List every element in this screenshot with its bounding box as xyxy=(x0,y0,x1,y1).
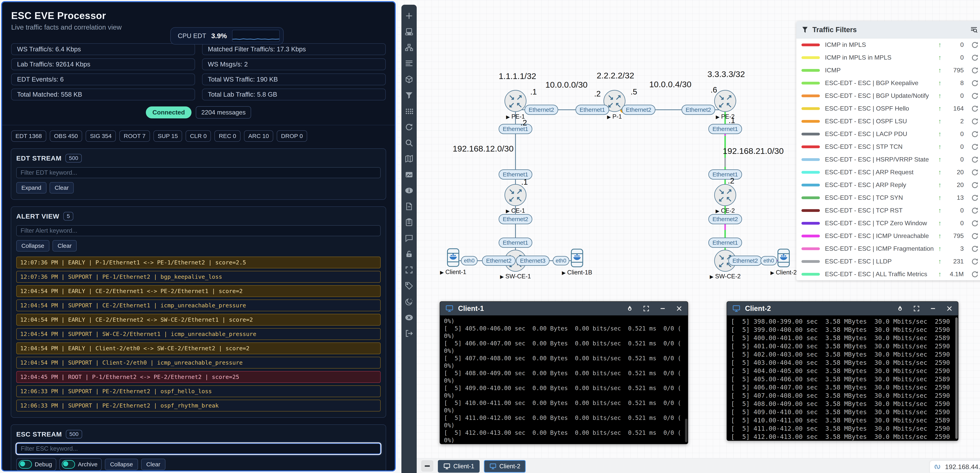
up-arrow-icon: ↑ xyxy=(935,181,944,189)
client-node[interactable]: ▶Client-1 xyxy=(447,248,460,268)
tag-icon[interactable] xyxy=(404,281,414,290)
edt-action-button[interactable]: Clear xyxy=(49,182,74,193)
network-label: 2.2.2.2/32 xyxy=(597,71,634,80)
eth-label: eth0 xyxy=(760,256,777,265)
droplet-icon[interactable] xyxy=(626,305,633,312)
minimize-icon[interactable] xyxy=(659,305,666,312)
traffic-filter-row: ESC-EDT - ESC | OSPF Hello ↑ 164 xyxy=(796,102,980,115)
client-node[interactable]: ▶Client-2 xyxy=(777,248,790,268)
info-icon[interactable] xyxy=(404,186,414,195)
filter-icon[interactable] xyxy=(404,91,414,100)
lines-icon[interactable] xyxy=(404,59,414,68)
image-icon[interactable] xyxy=(404,170,414,179)
esc-collapse-button[interactable]: Collapse xyxy=(105,459,138,470)
refresh-icon[interactable] xyxy=(971,41,979,49)
edt-filter-input[interactable] xyxy=(16,167,381,178)
terminal-output[interactable]: [ 5] 398.00-399.00 sec 3.58 MBytes 30.0 … xyxy=(727,315,958,440)
terminal-titlebar[interactable]: Client-1 xyxy=(440,302,688,315)
port-label: Ethernet1 xyxy=(499,124,532,134)
traffic-filters-list: ICMP in MPLS ↑ 0 ICMP in MPLS in MPLS ↑ … xyxy=(796,38,980,280)
terminal-scrollbar[interactable] xyxy=(685,419,687,442)
refresh-icon[interactable] xyxy=(971,92,979,100)
toggle-switch-icon[interactable] xyxy=(62,460,75,469)
refresh-icon[interactable] xyxy=(404,123,414,132)
refresh-icon[interactable] xyxy=(971,143,979,151)
alert-action-button[interactable]: Clear xyxy=(52,240,77,252)
archive-toggle[interactable]: Archive xyxy=(59,458,102,471)
close-icon[interactable] xyxy=(676,305,682,312)
router-node[interactable]: ↘↗↙↖ ▶CE-1 xyxy=(504,184,527,206)
fullscreen-icon[interactable] xyxy=(913,305,920,312)
cube-icon[interactable] xyxy=(404,75,414,84)
refresh-icon[interactable] xyxy=(971,155,979,164)
minimize-icon[interactable] xyxy=(929,305,937,312)
port-label: Ethernet2 xyxy=(525,105,558,115)
terminal-titlebar[interactable]: Client-2 xyxy=(727,302,958,315)
alert-filter-input[interactable] xyxy=(16,225,381,236)
taskbar-window-button[interactable]: Client-1 xyxy=(438,460,480,473)
refresh-icon[interactable] xyxy=(971,257,979,266)
traffic-filters-header[interactable]: Traffic Filters xyxy=(796,21,980,38)
router-node[interactable]: ↘↗↙↖ ▶CE-2 xyxy=(714,184,736,206)
esc-filter-input[interactable] xyxy=(16,443,381,454)
taskbar-window-button[interactable]: Client-2 xyxy=(484,460,526,473)
alert-action-button[interactable]: Collapse xyxy=(16,240,49,252)
edt-action-button[interactable]: Expand xyxy=(16,182,46,193)
terminal-line: [ 5] 410.00-411.00 sec 0.00 Bytes 0.00 b… xyxy=(444,399,684,407)
refresh-icon[interactable] xyxy=(971,181,979,189)
refresh-icon[interactable] xyxy=(971,232,979,240)
terminal-line: [ 5] 408.00-409.00 sec 0.00 Bytes 0.00 b… xyxy=(444,369,684,377)
terminal-output[interactable]: 0%)[ 5] 405.00-406.00 sec 0.00 Bytes 0.0… xyxy=(440,315,688,444)
taskbar-minimize-button[interactable] xyxy=(422,460,433,471)
grid-icon[interactable] xyxy=(404,107,414,116)
close-circle-icon[interactable] xyxy=(404,313,414,322)
port-label: Ethernet2 xyxy=(681,105,715,115)
toggle-switch-icon[interactable] xyxy=(19,460,32,469)
filter-search-icon[interactable] xyxy=(970,26,978,34)
refresh-icon[interactable] xyxy=(971,194,979,202)
refresh-icon[interactable] xyxy=(971,79,979,87)
refresh-icon[interactable] xyxy=(971,219,979,228)
up-arrow-icon: ↑ xyxy=(935,130,944,138)
droplet-icon[interactable] xyxy=(897,305,904,312)
refresh-icon[interactable] xyxy=(971,130,979,138)
refresh-icon[interactable] xyxy=(971,206,979,215)
filter-color-swatch xyxy=(802,43,820,46)
fullscreen-icon[interactable] xyxy=(404,265,414,274)
filter-color-swatch xyxy=(802,56,820,59)
fullscreen-icon[interactable] xyxy=(643,305,650,312)
router-node[interactable]: ↘↗↙↖ ▶PE-2 xyxy=(714,90,736,112)
esc-clear-button[interactable]: Clear xyxy=(141,459,165,470)
moon-icon[interactable] xyxy=(404,297,414,306)
refresh-icon[interactable] xyxy=(971,66,979,75)
stat-card: Total Matched: 558 KB xyxy=(11,89,195,100)
chat-icon[interactable] xyxy=(404,234,414,243)
debug-toggle[interactable]: Debug xyxy=(16,458,56,471)
file-icon[interactable] xyxy=(404,202,414,211)
docker-container-icon xyxy=(571,248,584,268)
close-icon[interactable] xyxy=(946,305,953,312)
refresh-icon[interactable] xyxy=(971,270,979,278)
client-node[interactable]: ▶Client-1B xyxy=(571,248,584,268)
address-label: .5 xyxy=(630,88,637,96)
terminal-scrollbar[interactable] xyxy=(955,317,958,439)
map-icon[interactable] xyxy=(404,154,414,163)
refresh-icon[interactable] xyxy=(971,105,979,113)
clipboard-icon[interactable] xyxy=(404,218,414,227)
search-icon[interactable] xyxy=(404,139,414,147)
alert-view-title: ALERT VIEW xyxy=(16,212,59,220)
host-status-widget[interactable]: 192.168.44.11 ••• xyxy=(930,460,980,473)
terminal-line: 0%) xyxy=(444,422,684,429)
node-label: ▶CE-1 xyxy=(506,207,525,214)
refresh-icon[interactable] xyxy=(971,245,979,253)
refresh-icon[interactable] xyxy=(971,168,979,177)
terminal-line: 0%) xyxy=(444,347,684,355)
refresh-icon[interactable] xyxy=(971,54,979,62)
console-icon[interactable] xyxy=(404,27,414,36)
add-icon[interactable] xyxy=(404,11,414,21)
refresh-icon[interactable] xyxy=(971,117,979,126)
signout-icon[interactable] xyxy=(404,329,414,338)
topology-icon[interactable] xyxy=(404,43,414,52)
router-node[interactable]: ↘↗↙↖ ▶PE-1 xyxy=(504,90,527,112)
lock-icon[interactable] xyxy=(404,250,414,258)
